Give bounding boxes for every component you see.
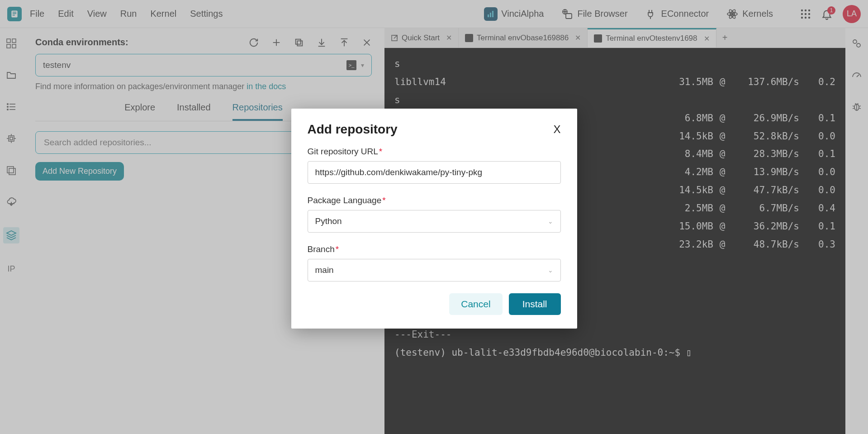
cancel-button[interactable]: Cancel: [449, 293, 502, 315]
modal-close-button[interactable]: X: [553, 123, 560, 136]
modal-overlay[interactable]: Add repository X Git repository URL* Pac…: [0, 0, 868, 434]
add-repository-modal: Add repository X Git repository URL* Pac…: [291, 109, 577, 329]
branch-label: Branch*: [308, 244, 561, 254]
git-url-label: Git repository URL*: [308, 147, 561, 157]
package-language-select[interactable]: Python ⌄: [308, 210, 561, 233]
branch-select[interactable]: main ⌄: [308, 259, 561, 281]
modal-title: Add repository: [308, 122, 398, 137]
chevron-down-icon: ⌄: [548, 218, 553, 225]
package-language-value: Python: [315, 216, 342, 226]
chevron-down-icon: ⌄: [548, 267, 553, 274]
install-button[interactable]: Install: [509, 293, 561, 315]
package-language-label: Package Language*: [308, 196, 561, 205]
branch-value: main: [315, 265, 334, 275]
git-url-input[interactable]: [308, 161, 561, 184]
